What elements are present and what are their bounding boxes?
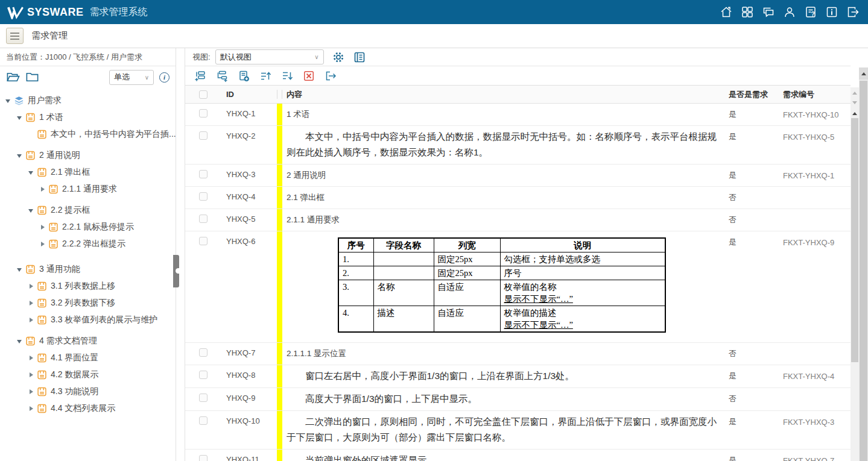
row-checkbox[interactable] xyxy=(199,109,207,118)
info-circle-icon[interactable]: i xyxy=(159,72,169,83)
tree-toggle-arrow[interactable] xyxy=(27,284,35,289)
spec-cell: 2. xyxy=(338,266,373,280)
tree-item[interactable]: 3.2 列表数据下移 xyxy=(0,295,176,312)
scroll-step-up-button[interactable] xyxy=(851,87,859,98)
tree-item[interactable]: 3.3 枚举值列表的展示与维护 xyxy=(0,312,176,328)
tree-item[interactable]: 4 需求文档管理 xyxy=(0,333,176,350)
table-row[interactable]: YHXQ-11当前弹出窗外的区域遮罩显示。是FKXT-YHXQ-7 xyxy=(185,450,851,461)
tree-item[interactable]: 2.2 提示框 xyxy=(0,202,176,219)
tree-toggle-arrow[interactable] xyxy=(27,318,35,322)
requirement-doc-icon xyxy=(37,404,47,413)
add-sibling-icon[interactable] xyxy=(194,70,206,82)
select-all-checkbox[interactable] xyxy=(199,90,207,99)
row-checkbox[interactable] xyxy=(199,237,207,245)
tree-toggle-arrow[interactable] xyxy=(15,336,24,346)
add-requirement-icon[interactable] xyxy=(238,70,250,82)
tree-item[interactable]: 2.2.1 鼠标悬停提示 xyxy=(0,219,176,236)
row-checkbox[interactable] xyxy=(199,348,207,357)
messages-icon[interactable] xyxy=(762,5,775,19)
page-scroll-up-button[interactable] xyxy=(859,67,868,80)
row-checkbox[interactable] xyxy=(199,394,207,402)
tree-item[interactable]: 3.1 列表数据上移 xyxy=(0,278,176,295)
move-up-icon[interactable] xyxy=(259,70,271,82)
tree-toggle-arrow[interactable] xyxy=(27,406,35,411)
logout-icon[interactable] xyxy=(846,5,860,19)
tree-item[interactable]: 4.2 数据展示 xyxy=(0,366,176,383)
settings-gear-icon[interactable] xyxy=(332,51,345,64)
tree-toggle-arrow[interactable] xyxy=(27,356,35,360)
row-highlight-stripe xyxy=(277,343,282,365)
view-select[interactable]: 默认视图 ∨ xyxy=(215,49,324,64)
table-row[interactable]: YHXQ-10二次弹出的窗口，原则相同，同时，不可完全盖住下层窗口，界面上沿低于… xyxy=(185,411,851,450)
scroll-step-down-button[interactable] xyxy=(851,98,859,108)
row-checkbox[interactable] xyxy=(199,170,207,178)
move-down-icon[interactable] xyxy=(281,70,293,82)
help-document-icon[interactable]: ? xyxy=(804,5,817,19)
scroll-up-button[interactable] xyxy=(851,108,859,118)
tree-item[interactable]: 2 通用说明 xyxy=(0,147,176,164)
delete-icon[interactable] xyxy=(303,70,315,82)
tree-item[interactable]: 3 通用功能 xyxy=(0,261,176,278)
sidebar-collapse-handle[interactable] xyxy=(173,255,179,287)
tree-toggle-arrow[interactable] xyxy=(15,151,24,160)
row-id: YHXQ-5 xyxy=(226,209,277,231)
table-row[interactable]: YHXQ-9高度大于界面1/3的窗口，上下居中显示。否 xyxy=(185,388,851,411)
table-row[interactable]: YHXQ-2本文中，中括号中内容为平台插入的数据，数据显示时无中括号。如：名称顺… xyxy=(185,126,851,165)
folder-open-icon[interactable] xyxy=(6,71,20,83)
tree-toggle-arrow[interactable] xyxy=(38,187,46,192)
tree-item-label: 2.1.1 通用要求 xyxy=(62,184,117,195)
tree-mode-select[interactable]: 单选 ∨ xyxy=(109,70,154,85)
tree-item[interactable]: 1 术语 xyxy=(0,109,176,126)
tree-item[interactable]: 4.1 界面位置 xyxy=(0,350,176,366)
tree-toggle-arrow[interactable] xyxy=(27,168,35,177)
user-icon[interactable] xyxy=(783,5,796,19)
table-row[interactable]: YHXQ-6序号字段名称列宽说明1.固定25px勾选框；支持单选或多选2.固定2… xyxy=(185,231,851,343)
apps-grid-icon[interactable] xyxy=(741,5,754,19)
tree-item[interactable]: 4.3 功能说明 xyxy=(0,383,176,400)
tree-item[interactable]: 本文中，中括号中内容为平台插... xyxy=(0,126,176,143)
tree-toggle-arrow[interactable] xyxy=(27,301,35,306)
tree-item[interactable]: 2.2.2 弹出框提示 xyxy=(0,236,176,252)
view-list-icon[interactable] xyxy=(353,51,366,64)
add-child-icon[interactable] xyxy=(216,70,228,82)
tree-toggle-arrow[interactable] xyxy=(15,113,24,122)
table-row[interactable]: YHXQ-8窗口左右居中，高度小于界面1/3的窗口，上沿在界面上方1/3处。是F… xyxy=(185,365,851,388)
home-icon[interactable] xyxy=(720,5,733,19)
row-checkbox[interactable] xyxy=(199,455,207,461)
row-checkbox[interactable] xyxy=(199,416,207,425)
tree-item-label: 3.2 列表数据下移 xyxy=(51,298,115,309)
table-row[interactable]: YHXQ-52.1.1 通用要求否 xyxy=(185,209,851,231)
table-row[interactable]: YHXQ-11 术语是FKXT-YHXQ-10 xyxy=(185,104,851,126)
menu-hamburger-button[interactable] xyxy=(6,28,24,44)
requirement-doc-icon xyxy=(25,113,36,122)
row-checkbox[interactable] xyxy=(199,215,207,223)
tree-item[interactable]: 4.4 文档列表展示 xyxy=(0,400,176,417)
column-resize-handle[interactable] xyxy=(277,90,282,99)
tree-toggle-arrow[interactable] xyxy=(15,265,24,274)
row-checkbox[interactable] xyxy=(199,131,207,140)
tree-item[interactable]: 用户需求 xyxy=(0,92,176,109)
tree-toggle-arrow[interactable] xyxy=(38,225,46,230)
row-checkbox[interactable] xyxy=(199,192,207,201)
table-row[interactable]: YHXQ-72.1.1.1 显示位置否 xyxy=(185,343,851,365)
row-content: 2 通用说明 xyxy=(282,165,723,186)
move-out-icon[interactable] xyxy=(325,70,337,82)
tree-item[interactable]: 2.1.1 通用要求 xyxy=(0,181,176,198)
tree-toggle-arrow[interactable] xyxy=(27,205,35,215)
page-scrollbar[interactable] xyxy=(859,67,868,461)
tree-toggle-arrow[interactable] xyxy=(27,389,35,394)
requirement-doc-icon xyxy=(37,298,47,308)
table-row[interactable]: YHXQ-42.1 弹出框否 xyxy=(185,187,851,209)
tree-toggle-arrow[interactable] xyxy=(4,96,12,105)
row-checkbox[interactable] xyxy=(199,371,207,379)
folder-closed-icon[interactable] xyxy=(25,71,39,83)
tree-toggle-arrow[interactable] xyxy=(27,372,35,377)
page-scrollbar-thumb[interactable] xyxy=(860,81,867,461)
row-id: YHXQ-10 xyxy=(226,411,277,449)
tree-toggle-arrow[interactable] xyxy=(38,242,46,246)
table-scrollbar[interactable] xyxy=(851,87,859,461)
table-row[interactable]: YHXQ-32 通用说明是FKXT-YHXQ-1 xyxy=(185,165,851,187)
tree-item[interactable]: 2.1 弹出框 xyxy=(0,164,176,181)
info-icon[interactable] xyxy=(825,5,838,19)
table-scrollbar-thumb[interactable] xyxy=(851,118,858,362)
